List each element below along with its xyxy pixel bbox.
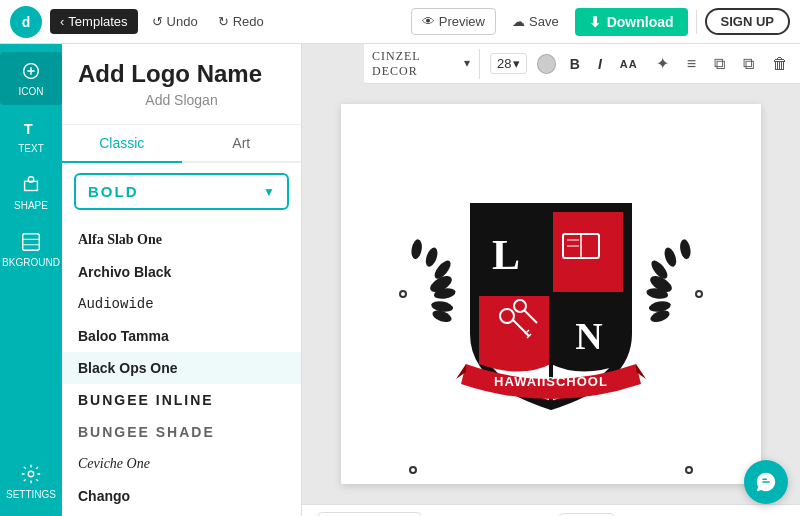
preview-button[interactable]: 👁 Preview [411, 8, 496, 35]
eye-icon: 👁 [422, 14, 435, 29]
font-name-selector[interactable]: CINZEL DECOR ▾ [372, 49, 480, 79]
sparkle-icon[interactable]: ✦ [652, 52, 673, 75]
background-icon [20, 231, 42, 253]
canvas[interactable]: L [341, 104, 761, 484]
font-item[interactable]: Ceviche One [62, 448, 301, 480]
topbar: d ‹ Templates ↺ Undo ↻ Redo 👁 Preview ☁ … [0, 0, 800, 44]
color-picker[interactable] [537, 54, 555, 74]
duplicate-icon[interactable]: ⧉ [739, 53, 758, 75]
chat-icon [755, 471, 777, 493]
layers-icon[interactable]: ⧉ [710, 53, 729, 75]
canvas-bottom-bar: 500 x 500 px ▾ − 97% ▾ + ⊞ ⊡ [302, 504, 800, 516]
font-item[interactable]: Chango [62, 480, 301, 512]
download-icon: ⬇ [589, 14, 601, 30]
icon-icon [20, 60, 42, 82]
shape-icon [20, 174, 42, 196]
svg-point-7 [28, 471, 34, 477]
font-list: Alfa Slab One Archivo Black Audiowide Ba… [62, 220, 301, 516]
save-button[interactable]: ☁ Save [504, 10, 567, 33]
font-panel-header: Add Logo Name Add Slogan [62, 44, 301, 125]
text-icon: T [20, 117, 42, 139]
font-item[interactable]: BUNGEE SHADE [62, 416, 301, 448]
canvas-size-selector[interactable]: 500 x 500 px ▾ [318, 512, 421, 516]
svg-point-18 [679, 239, 691, 260]
sidebar-item-icon[interactable]: ICON [0, 52, 62, 105]
font-item[interactable]: Alfa Slab One [62, 224, 301, 256]
sidebar-item-settings[interactable]: SETTINGS [0, 455, 62, 508]
font-size-box[interactable]: 28 ▾ [490, 53, 527, 74]
chevron-left-icon: ‹ [60, 14, 64, 29]
slogan-text[interactable]: Add Slogan [78, 88, 285, 120]
divider [696, 10, 697, 34]
download-button[interactable]: ⬇ Download [575, 8, 688, 36]
chevron-down-icon: ▾ [464, 56, 471, 71]
tab-classic[interactable]: Classic [62, 125, 182, 163]
sidebar-item-background[interactable]: BKGROUND [0, 223, 62, 276]
selection-handle[interactable] [399, 290, 407, 298]
selection-handle[interactable] [409, 466, 417, 474]
font-item[interactable]: Chewy [62, 512, 301, 516]
svg-point-10 [423, 246, 439, 268]
tab-art[interactable]: Art [182, 125, 302, 163]
logo-graphic: L [411, 154, 691, 434]
undo-icon: ↺ [152, 14, 163, 29]
save-icon: ☁ [512, 14, 525, 29]
svg-point-17 [662, 246, 678, 268]
main-layout: ICON T TEXT SHAPE BKGROUND SETTINGS Add … [0, 44, 800, 516]
svg-text:L: L [492, 232, 520, 278]
chevron-down-icon: ▾ [513, 56, 520, 71]
delete-icon[interactable]: 🗑 [768, 53, 792, 75]
settings-icon [20, 463, 42, 485]
chat-button[interactable] [744, 460, 788, 504]
redo-button[interactable]: ↻ Redo [212, 10, 270, 33]
sidebar-item-shape[interactable]: SHAPE [0, 166, 62, 219]
bold-dropdown[interactable]: BOLD ▼ [74, 173, 289, 210]
sidebar-item-text[interactable]: T TEXT [0, 109, 62, 162]
logo-name-title[interactable]: Add Logo Name [78, 60, 285, 88]
tabs-row: Classic Art [62, 125, 301, 163]
secondary-toolbar: CINZEL DECOR ▾ 28 ▾ B I AA ✦ ≡ ⧉ ⧉ 🗑 [364, 44, 800, 84]
align-icon[interactable]: ≡ [683, 53, 700, 75]
font-item[interactable]: Baloo Tamma [62, 320, 301, 352]
aa-button[interactable]: AA [616, 56, 642, 72]
canvas-area: CINZEL DECOR ▾ 28 ▾ B I AA ✦ ≡ ⧉ ⧉ 🗑 [302, 44, 800, 516]
signup-button[interactable]: SIGN UP [705, 8, 790, 35]
undo-button[interactable]: ↺ Undo [146, 10, 204, 33]
svg-point-11 [411, 239, 423, 260]
selection-handle[interactable] [695, 290, 703, 298]
left-sidebar: ICON T TEXT SHAPE BKGROUND SETTINGS [0, 44, 62, 516]
font-item[interactable]: Archivo Black [62, 256, 301, 288]
bold-button[interactable]: B [566, 54, 584, 74]
templates-button[interactable]: ‹ Templates [50, 9, 138, 34]
font-item[interactable]: BUNGEE INLINE [62, 384, 301, 416]
italic-button[interactable]: I [594, 54, 606, 74]
svg-text:N: N [575, 315, 602, 357]
font-item-black-ops[interactable]: Black Ops One [62, 352, 301, 384]
app-logo: d [10, 6, 42, 38]
chevron-down-icon: ▼ [263, 185, 275, 199]
svg-rect-4 [23, 234, 40, 251]
redo-icon: ↻ [218, 14, 229, 29]
canvas-wrapper: L [302, 84, 800, 504]
font-item[interactable]: Audiowide [62, 288, 301, 320]
font-panel: Add Logo Name Add Slogan Classic Art BOL… [62, 44, 302, 516]
svg-text:HAWAIISCHOOL: HAWAIISCHOOL [494, 374, 608, 389]
svg-text:T: T [24, 121, 33, 137]
selection-handle[interactable] [685, 466, 693, 474]
